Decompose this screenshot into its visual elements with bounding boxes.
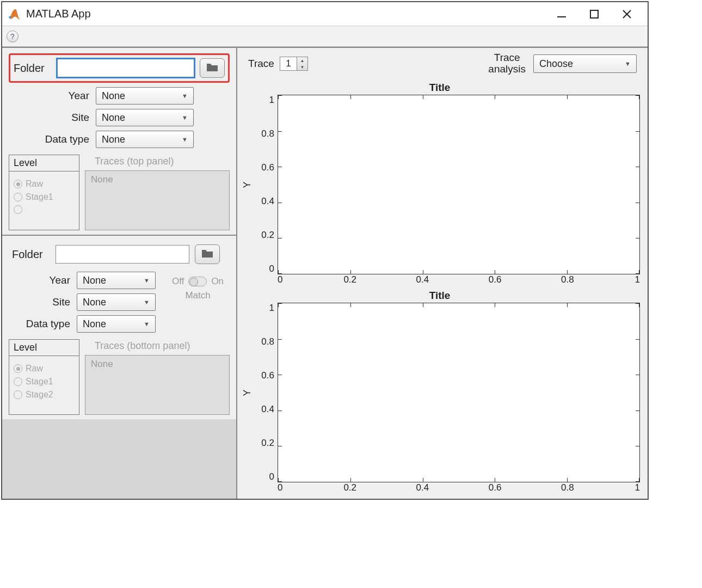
level-title: Level xyxy=(9,340,79,356)
axes-top: Title Y 1 0.8 0.6 0.4 0.2 0 xyxy=(239,82,640,285)
app-window: MATLAB App ? Folder xyxy=(1,1,649,500)
spinner-down-icon[interactable]: ▼ xyxy=(297,64,307,70)
datatype-dropdown-top[interactable]: None ▼ xyxy=(96,131,194,148)
svg-rect-1 xyxy=(557,16,566,17)
chevron-down-icon: ▼ xyxy=(144,321,150,327)
svg-rect-2 xyxy=(590,10,598,18)
chevron-down-icon: ▼ xyxy=(182,136,188,143)
match-switch[interactable] xyxy=(188,277,207,286)
matlab-icon xyxy=(7,7,21,21)
toggle-match-label: Match xyxy=(185,290,210,301)
level-radio-3[interactable] xyxy=(14,205,75,214)
close-button[interactable] xyxy=(611,2,643,26)
xticks: 0 0.2 0.4 0.6 0.8 1 xyxy=(278,274,640,285)
site-dropdown-top[interactable]: None ▼ xyxy=(96,109,194,126)
axes-title: Title xyxy=(239,290,640,302)
xticks: 0 0.2 0.4 0.6 0.8 1 xyxy=(278,482,640,493)
folder-icon xyxy=(206,62,219,75)
site-label: Site xyxy=(9,112,96,124)
plot-area-bottom[interactable] xyxy=(278,303,640,482)
folder-input-top[interactable] xyxy=(57,59,194,77)
minimize-button[interactable] xyxy=(545,2,578,26)
chevron-down-icon: ▼ xyxy=(144,299,150,305)
site-label: Site xyxy=(9,296,77,308)
folder-row-bottom: Folder xyxy=(9,241,230,267)
level-radio-stage1-b[interactable]: Stage1 xyxy=(14,377,75,387)
axes-title: Title xyxy=(239,82,640,94)
year-dropdown-bottom[interactable]: None ▼ xyxy=(77,272,156,289)
right-top-controls: Trace 1 ▲ ▼ Trace analysis Choose ▼ xyxy=(237,48,648,79)
traces-title-bottom: Traces (bottom panel) xyxy=(85,339,230,355)
content-area: Folder Year None ▼ Site xyxy=(2,47,648,499)
level-radio-raw[interactable]: Raw xyxy=(14,179,75,189)
plot-area-top[interactable] xyxy=(278,95,640,274)
datatype-dropdown-bottom[interactable]: None ▼ xyxy=(77,315,156,333)
traces-list-top[interactable]: None xyxy=(85,170,230,230)
toggle-on-label: On xyxy=(211,276,224,287)
yticks: 1 0.8 0.6 0.4 0.2 0 xyxy=(255,303,278,482)
maximize-button[interactable] xyxy=(578,2,611,26)
help-button[interactable]: ? xyxy=(7,30,19,42)
level-radio-stage2-b[interactable]: Stage2 xyxy=(14,390,75,400)
left-column: Folder Year None ▼ Site xyxy=(2,48,236,499)
level-title: Level xyxy=(9,155,79,171)
titlebar: MATLAB App xyxy=(2,2,648,26)
yticks: 1 0.8 0.6 0.4 0.2 0 xyxy=(255,95,278,274)
match-toggle-block: Off On Match xyxy=(172,276,224,333)
trace-analysis-dropdown[interactable]: Choose ▼ xyxy=(533,54,637,73)
level-box-top: Level Raw Stage1 xyxy=(9,155,79,230)
panel-bottom: Folder Year None ▼ xyxy=(2,236,236,419)
datatype-label: Data type xyxy=(9,318,77,330)
axes-bottom: Title Y 1 0.8 0.6 0.4 0.2 0 xyxy=(239,290,640,493)
window-title: MATLAB App xyxy=(26,8,545,20)
level-radio-stage1[interactable]: Stage1 xyxy=(14,192,75,202)
traces-title-top: Traces (top panel) xyxy=(85,155,230,170)
browse-button-top[interactable] xyxy=(200,58,225,78)
trace-spinner[interactable]: 1 ▲ ▼ xyxy=(280,57,308,71)
folder-label: Folder xyxy=(14,62,52,75)
toolbar: ? xyxy=(2,26,648,47)
level-radio-raw-b[interactable]: Raw xyxy=(14,364,75,373)
datatype-label: Data type xyxy=(9,133,96,145)
folder-row-top: Folder xyxy=(9,53,230,83)
panel-top: Folder Year None ▼ Site xyxy=(2,48,236,236)
ylabel: Y xyxy=(239,303,255,482)
chevron-down-icon: ▼ xyxy=(625,60,631,67)
chevron-down-icon: ▼ xyxy=(144,277,150,284)
year-label: Year xyxy=(9,274,77,286)
right-column: Trace 1 ▲ ▼ Trace analysis Choose ▼ Titl… xyxy=(236,48,648,499)
trace-label: Trace xyxy=(248,58,274,70)
level-box-bottom: Level Raw Stage1 Stage2 xyxy=(9,339,79,415)
trace-analysis-label: Trace analysis xyxy=(488,52,526,75)
site-dropdown-bottom[interactable]: None ▼ xyxy=(77,293,156,311)
chevron-down-icon: ▼ xyxy=(182,114,188,121)
folder-input-bottom[interactable] xyxy=(56,245,189,264)
folder-label: Folder xyxy=(12,248,50,261)
year-label: Year xyxy=(9,90,96,102)
traces-list-bottom[interactable]: None xyxy=(85,355,230,415)
toggle-off-label: Off xyxy=(172,276,184,287)
spinner-up-icon[interactable]: ▲ xyxy=(297,57,307,64)
year-dropdown-top[interactable]: None ▼ xyxy=(96,87,194,105)
browse-button-bottom[interactable] xyxy=(195,244,220,264)
chevron-down-icon: ▼ xyxy=(182,93,188,99)
folder-icon xyxy=(201,248,214,261)
ylabel: Y xyxy=(239,95,255,274)
